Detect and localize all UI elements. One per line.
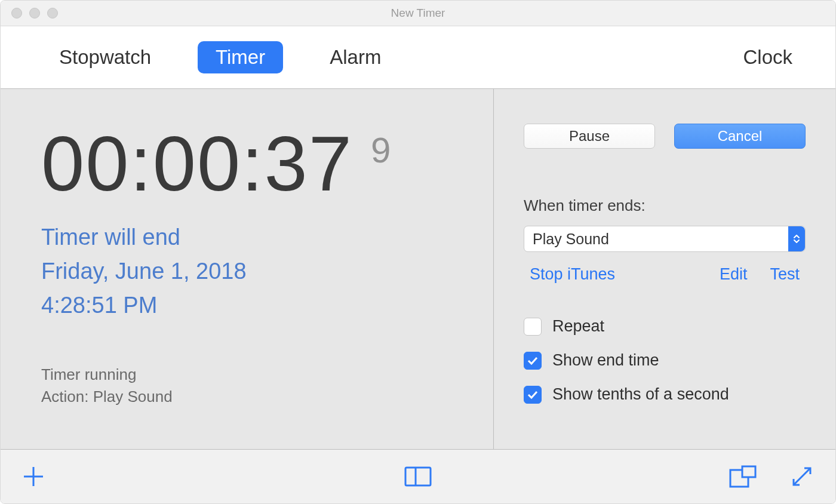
timer-end-block: Timer will end Friday, June 1, 2018 4:28… [41,220,453,322]
timer-end-label: Timer will end [41,220,453,254]
timer-settings-pane: Pause Cancel When timer ends: Play Sound… [494,89,835,449]
show-tenths-checkbox[interactable] [524,386,542,404]
show-end-time-checkbox[interactable] [524,352,542,370]
mode-tabbar: Stopwatch Timer Alarm Clock [1,26,835,89]
tab-alarm[interactable]: Alarm [312,41,399,73]
repeat-label: Repeat [552,317,604,336]
timer-action-line: Action: Play Sound [41,386,453,407]
edit-link[interactable]: Edit [720,265,748,284]
svg-rect-2 [405,468,431,485]
svg-rect-5 [742,466,755,477]
timer-end-date: Friday, June 1, 2018 [41,254,453,288]
plus-icon [22,465,45,488]
titlebar: New Timer [1,1,835,26]
when-timer-ends-label: When timer ends: [524,196,806,215]
timer-end-time: 4:28:51 PM [41,288,453,322]
timer-status-block: Timer running Action: Play Sound [41,364,453,425]
sidebar-icon [404,466,432,487]
popout-button[interactable] [729,465,757,488]
add-button[interactable] [22,465,45,488]
repeat-checkbox-row[interactable]: Repeat [524,317,806,336]
timer-status-line: Timer running [41,364,453,385]
end-action-select[interactable]: Play Sound [524,226,806,252]
app-window: New Timer Stopwatch Timer Alarm Clock 00… [0,0,836,504]
show-tenths-checkbox-row[interactable]: Show tenths of a second [524,385,806,404]
timer-remaining-time: 00:00:37 [41,125,353,202]
select-stepper-icon [788,226,805,251]
show-tenths-label: Show tenths of a second [552,385,729,404]
repeat-checkbox[interactable] [524,318,542,336]
timer-display-pane: 00:00:37 9 Timer will end Friday, June 1… [1,89,494,449]
test-link[interactable]: Test [770,265,800,284]
popout-icon [729,465,757,488]
toggle-sidebar-button[interactable] [404,466,432,487]
show-end-time-checkbox-row[interactable]: Show end time [524,351,806,370]
window-title: New Timer [1,7,835,20]
stop-itunes-link[interactable]: Stop iTunes [530,265,615,284]
timer-tenths: 9 [371,130,391,171]
show-end-time-label: Show end time [552,351,659,370]
tab-clock[interactable]: Clock [743,46,792,69]
tab-timer[interactable]: Timer [198,41,283,73]
cancel-button[interactable]: Cancel [674,124,806,149]
footer-toolbar [1,449,835,503]
pause-button[interactable]: Pause [524,124,655,149]
expand-icon [790,465,814,488]
end-action-selected-value: Play Sound [533,231,609,248]
tab-stopwatch[interactable]: Stopwatch [41,41,169,73]
content-area: 00:00:37 9 Timer will end Friday, June 1… [1,89,835,449]
fullscreen-button[interactable] [790,465,814,488]
